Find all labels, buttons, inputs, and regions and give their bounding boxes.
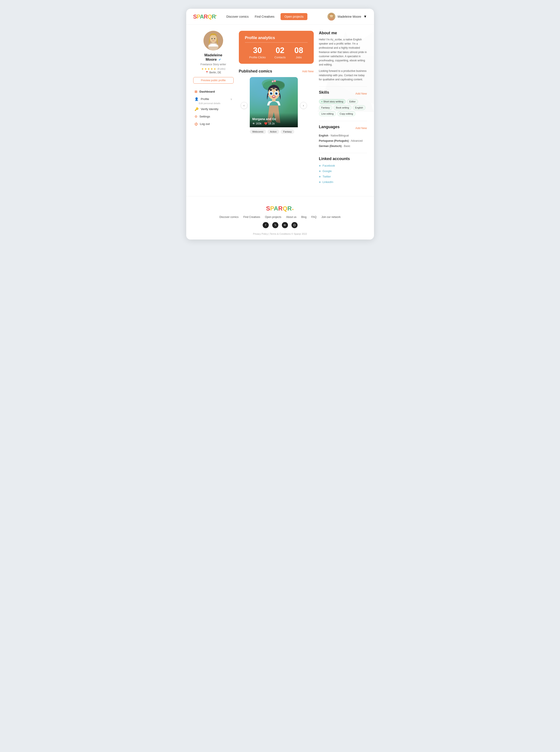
svg-point-7 — [210, 35, 217, 43]
preview-profile-button[interactable]: Preview public profile — [193, 77, 234, 84]
linked-linkedin[interactable]: + LinkedIn — [319, 180, 367, 184]
eye-icon: 👁 — [253, 122, 255, 125]
chevron-down-icon: ∨ — [230, 98, 232, 101]
comics-section-header: Published comics Add New — [239, 69, 314, 74]
svg-point-29 — [277, 95, 280, 96]
footer-link-find[interactable]: Find Creatives — [243, 216, 260, 219]
comic-image: Morgana and Oz 👁 163k ❤️ 18.1k — [250, 77, 298, 127]
jobs-count: (8 jobs) — [217, 67, 225, 70]
carousel-prev-button[interactable]: ‹ — [241, 102, 247, 109]
comic-views: 👁 163k — [253, 122, 262, 125]
nav-dropdown-icon: ▼ — [363, 15, 367, 19]
social-facebook-icon[interactable]: f — [263, 222, 269, 228]
about-text-2: Looking forward to a productive business… — [319, 69, 367, 82]
profile-photo-wrap — [193, 31, 234, 51]
stat-jobs: 08 Jobs — [294, 46, 303, 59]
location-icon: 📍 — [205, 71, 208, 74]
svg-point-25 — [276, 93, 277, 93]
stat-profile-clicks: 30 Profile Clicks — [249, 46, 266, 59]
linked-accounts-section: Linked accounts + Facebook + Google + Tw… — [319, 157, 367, 184]
languages-header: Languages Add New — [319, 125, 367, 132]
languages-title: Languages — [319, 125, 340, 129]
plus-icon: + — [319, 164, 321, 167]
sidebar-item-dashboard[interactable]: ⊞ Dashboard — [193, 88, 234, 95]
svg-point-13 — [274, 80, 276, 82]
logout-icon: ⏻ — [195, 122, 198, 126]
verified-badge: ✔ — [219, 58, 221, 61]
comic-likes: ❤️ 18.1k — [264, 122, 275, 125]
nav-username: Madeleine Moore — [338, 15, 361, 18]
comic-stats: 👁 163k ❤️ 18.1k — [253, 122, 295, 125]
lang-item-english: English - Native/Bilingual — [319, 134, 367, 138]
nav-links: Discover comics Find Creatives Open proj… — [226, 13, 321, 20]
skill-dot-icon: ● — [321, 100, 322, 103]
comics-carousel: ‹ — [239, 77, 314, 134]
footer-link-faq[interactable]: FAQ — [311, 216, 317, 219]
nav-open-projects-button[interactable]: Open projects — [281, 13, 307, 20]
profile-photo — [203, 31, 223, 51]
stat-number-contacts: 02 — [275, 46, 285, 54]
skill-tag-book-writing[interactable]: Book writing — [334, 105, 352, 110]
sidebar-item-profile[interactable]: 👤 Profile ∨ — [193, 95, 234, 103]
stat-number-clicks: 30 — [249, 46, 266, 54]
languages-add-new-button[interactable]: Add New — [356, 126, 367, 130]
dashboard-icon: ⊞ — [195, 90, 197, 94]
footer-link-blog[interactable]: Blog — [301, 216, 306, 219]
skills-header: Skills Add New — [319, 90, 367, 97]
skills-add-new-button[interactable]: Add New — [356, 92, 367, 95]
stat-label-jobs: Jobs — [294, 56, 303, 59]
nav-user[interactable]: Madeleine Moore ▼ — [327, 13, 367, 21]
svg-point-27 — [273, 96, 275, 97]
skill-tag-short-story[interactable]: ● Short story writting — [319, 99, 346, 104]
main-content: Madeleine Moore ✔ Freelance Story writer… — [186, 25, 374, 192]
linked-google[interactable]: + Google — [319, 169, 367, 173]
center-content: Profile analytics 30 Profile Clicks 02 C… — [239, 31, 314, 185]
skills-section: Skills Add New ● Short story writting Ed… — [319, 90, 367, 116]
tag-action[interactable]: Action — [267, 130, 279, 134]
sidebar-item-verify[interactable]: 🔑 Verify Identity — [193, 105, 234, 113]
avatar — [327, 13, 335, 21]
skill-tag-editor[interactable]: Editor — [347, 99, 358, 104]
social-github-icon[interactable]: ⊙ — [292, 222, 298, 228]
footer-copyright: Privacy Policy | Terms & Conditions © Sp… — [186, 233, 374, 235]
skill-tag-english[interactable]: English — [353, 105, 365, 110]
svg-point-8 — [212, 38, 213, 39]
linked-title: Linked accounts — [319, 157, 367, 161]
linked-twitter[interactable]: + Twitter — [319, 175, 367, 178]
profile-icon: 👤 — [195, 97, 199, 101]
footer-link-open[interactable]: Open projects — [265, 216, 281, 219]
tag-fantasy[interactable]: Fantasy — [281, 130, 294, 134]
footer-logo: SPARQR✦ — [186, 205, 374, 212]
footer-social: f 𝕏 in ⊙ — [186, 222, 374, 228]
carousel-next-button[interactable]: › — [300, 102, 307, 109]
sidebar-menu: ⊞ Dashboard 👤 Profile ∨ Edit personal de… — [193, 88, 234, 127]
svg-point-28 — [268, 95, 270, 96]
comic-card[interactable]: Morgana and Oz 👁 163k ❤️ 18.1k — [250, 77, 298, 134]
profile-name: Madeleine Moore ✔ — [193, 53, 234, 62]
nav-find[interactable]: Find Creatives — [255, 15, 275, 18]
plus-icon: + — [319, 175, 321, 178]
skill-tag-copy-editing[interactable]: Copy editing — [337, 111, 356, 116]
social-twitter-icon[interactable]: 𝕏 — [272, 222, 278, 228]
comics-add-new-button[interactable]: Add New — [302, 70, 314, 73]
comic-tags: Webcomic Action Fantasy — [250, 130, 298, 134]
svg-point-24 — [271, 93, 272, 93]
lang-item-german: German (Deutsch) - Basic — [319, 144, 367, 148]
brand-logo[interactable]: SPARQR✦ — [193, 13, 217, 20]
linked-facebook[interactable]: + Facebook — [319, 164, 367, 167]
footer-link-about[interactable]: About us — [286, 216, 296, 219]
skill-tag-fantasy[interactable]: Fantasy — [319, 105, 332, 110]
navbar: SPARQR✦ Discover comics Find Creatives O… — [186, 9, 374, 25]
key-icon: 🔑 — [195, 107, 199, 111]
languages-section: Languages Add New English - Native/Bilin… — [319, 125, 367, 148]
social-linkedin-icon[interactable]: in — [282, 222, 288, 228]
sidebar-item-settings[interactable]: ⚙ Settings — [193, 113, 234, 120]
about-text-1: Hello! I'm Az_scribe, a native English s… — [319, 38, 367, 67]
analytics-title: Profile analytics — [245, 36, 307, 43]
footer-link-join[interactable]: Join our network — [321, 216, 341, 219]
sidebar-item-logout[interactable]: ⏻ Log out — [193, 120, 234, 127]
skill-tag-line-editing[interactable]: Line editing — [319, 111, 336, 116]
tag-webcomic[interactable]: Webcomic — [250, 130, 266, 134]
footer-link-discover[interactable]: Discover comics — [219, 216, 238, 219]
nav-discover[interactable]: Discover comics — [226, 15, 249, 18]
